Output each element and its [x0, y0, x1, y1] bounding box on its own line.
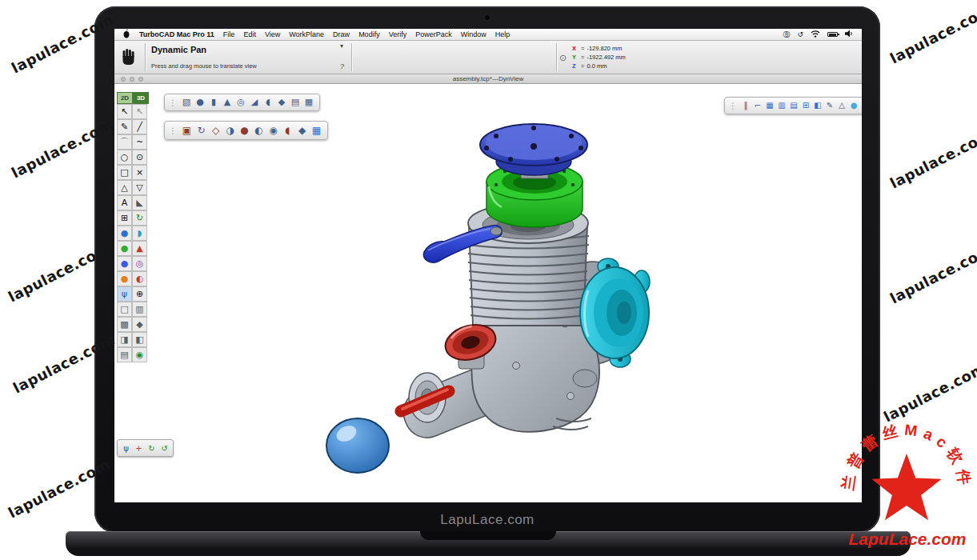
drawing-canvas[interactable]: 2D 3D ↖ ↖ ✎ ╱ ⌒ ~ ○ [114, 84, 862, 502]
hemisphere-tool[interactable]: ◗ [132, 226, 147, 241]
circle-tool[interactable]: ○ [117, 150, 132, 165]
tool-dropdown-icon[interactable]: ▾ [340, 42, 343, 50]
boom-icon[interactable]: Ⓑ [783, 30, 790, 40]
pane-view-tool[interactable]: ▥ [776, 99, 787, 112]
fillet-3d-tool[interactable]: ◖ [281, 123, 294, 138]
extrude-tool[interactable]: ▤ [289, 96, 302, 109]
cloud-render-tool[interactable]: ● [848, 99, 859, 112]
orbit-view-tool[interactable]: ↻ [146, 442, 158, 454]
volume-icon[interactable] [845, 30, 854, 39]
render-options-tool[interactable]: ◆ [132, 317, 147, 332]
tool-palette: 2D 3D ↖ ↖ ✎ ╱ ⌒ ~ ○ [117, 92, 149, 362]
wifi-icon[interactable] [811, 30, 820, 39]
wedge-tool[interactable]: ◢ [248, 96, 261, 109]
apple-menu[interactable] [122, 29, 130, 40]
camera-tool[interactable]: △ [836, 99, 847, 112]
menu-item[interactable]: Edit [243, 30, 256, 38]
select-tool[interactable]: ↖ [117, 104, 132, 119]
sphere-amber-tool[interactable]: ● [117, 271, 132, 286]
zoom-window-button[interactable] [138, 77, 143, 82]
pen-tool[interactable]: ✎ [117, 119, 132, 134]
direct-select-tool[interactable]: ↖ [132, 104, 147, 119]
text-tool[interactable]: A [117, 195, 132, 210]
prism-tool[interactable]: ◆ [275, 96, 288, 109]
concentric-tool[interactable]: ⊙ [132, 150, 147, 165]
zoom-tool[interactable]: ⊕ [132, 286, 147, 302]
menu-item[interactable]: Help [495, 30, 511, 38]
rectangle-tool[interactable]: □ [117, 165, 132, 180]
polygon-tool[interactable]: △ [117, 180, 132, 195]
toolbar-grip-icon[interactable]: ⋮ [729, 102, 737, 110]
cone-tool[interactable]: ▲ [132, 241, 147, 256]
pan-view-tool[interactable]: ψ [120, 442, 132, 454]
menu-item[interactable]: Verify [389, 30, 407, 38]
app-menu[interactable]: TurboCAD Mac Pro 11 [139, 30, 214, 38]
curve-tool[interactable]: ~ [132, 134, 147, 150]
mirror-tool[interactable]: ◑ [223, 123, 237, 138]
erase-tool[interactable]: × [132, 165, 147, 180]
battery-icon[interactable] [827, 32, 838, 37]
wireframe-cube-tool[interactable]: □ [117, 302, 132, 317]
dimension-tool[interactable]: ⊞ [117, 210, 132, 226]
seal-brand-text: LapuLace.com [848, 530, 966, 548]
toolbar-grip-icon[interactable]: ⋮ [169, 126, 177, 135]
grid-toggle[interactable]: ▦ [764, 99, 775, 112]
shell-tool[interactable]: ◉ [266, 123, 280, 138]
cylinder-tool[interactable]: ▮ [207, 96, 220, 109]
polygon-alt-tool[interactable]: ▽ [132, 180, 147, 195]
fillet-tool[interactable]: ◣ [132, 195, 147, 210]
menu-item[interactable]: PowerPack [415, 30, 452, 38]
sphere-primitive-tool[interactable]: ● [194, 96, 206, 109]
corner-tool[interactable]: ⌐ [752, 99, 763, 112]
menu-item[interactable]: View [265, 30, 280, 38]
hemisphere-primitive-tool[interactable]: ◖ [262, 96, 274, 109]
shade-view-tool[interactable]: ◧ [812, 99, 823, 112]
multiview-tool[interactable]: ▥ [132, 302, 147, 317]
layers-tool[interactable]: ▤ [117, 347, 132, 362]
box-tool[interactable]: ▧ [180, 96, 193, 109]
union-tool[interactable]: ● [238, 123, 251, 138]
tab-3d[interactable]: 3D [133, 92, 149, 104]
chamfer-tool[interactable]: ◆ [295, 123, 309, 138]
mesh-tool[interactable]: ▦ [302, 96, 315, 109]
move-copy-tool[interactable]: ▣ [180, 123, 194, 138]
arc-tool[interactable]: ⌒ [117, 134, 132, 150]
pan-hand-tool[interactable]: ψ [117, 286, 132, 302]
row-view-tool[interactable]: ▤ [788, 99, 799, 112]
menu-item[interactable]: WorkPlane [289, 30, 324, 38]
help-button[interactable]: ? [340, 62, 344, 70]
menu-item[interactable]: Modify [358, 30, 380, 38]
annotate-tool[interactable]: ✎ [824, 99, 835, 112]
document-title-bar: assembly.tcp*---DynView [114, 74, 862, 84]
ruler-tool[interactable]: ‖ [740, 99, 751, 112]
menu-item[interactable]: File [223, 30, 235, 38]
minimize-window-button[interactable] [130, 77, 134, 82]
menu-item[interactable]: Draw [333, 30, 350, 38]
world-view-tool[interactable]: ◉ [132, 347, 147, 362]
spin-view-tool[interactable]: ↺ [158, 442, 170, 454]
menu-item[interactable]: Window [461, 30, 486, 38]
torus-primitive-tool[interactable]: ◎ [234, 96, 247, 109]
close-window-button[interactable] [121, 77, 126, 82]
rotate-tool[interactable]: ↻ [132, 210, 147, 226]
sphere-navy-tool[interactable]: ● [117, 256, 132, 271]
cube-edge-tool[interactable]: ◧ [132, 332, 147, 347]
split-view-tool[interactable]: ⊞ [800, 99, 811, 112]
line-tool[interactable]: ╱ [132, 119, 147, 134]
time-machine-icon[interactable]: ↺ [797, 30, 803, 38]
cube-face-tool[interactable]: ◨ [117, 332, 132, 347]
tab-2d[interactable]: 2D [117, 92, 133, 104]
move-view-tool[interactable]: + [133, 442, 145, 454]
torus-tool[interactable]: ◎ [132, 256, 147, 271]
boolean-tool[interactable]: ◐ [132, 271, 147, 286]
sphere-tool[interactable]: ● [117, 226, 132, 241]
sphere-green-tool[interactable]: ● [117, 241, 132, 256]
shaded-cube-tool[interactable]: ▩ [117, 317, 132, 332]
pattern-tool[interactable]: ▦ [310, 123, 323, 138]
toolbar-grip-icon[interactable]: ⋮ [169, 98, 177, 107]
cone-primitive-tool[interactable]: ▲ [221, 96, 234, 109]
scale-tool[interactable]: ◇ [209, 123, 222, 138]
axis-value: 0.0 mm [587, 62, 607, 70]
rotate-3d-tool[interactable]: ↻ [194, 123, 208, 138]
subtract-tool[interactable]: ◐ [252, 123, 266, 138]
